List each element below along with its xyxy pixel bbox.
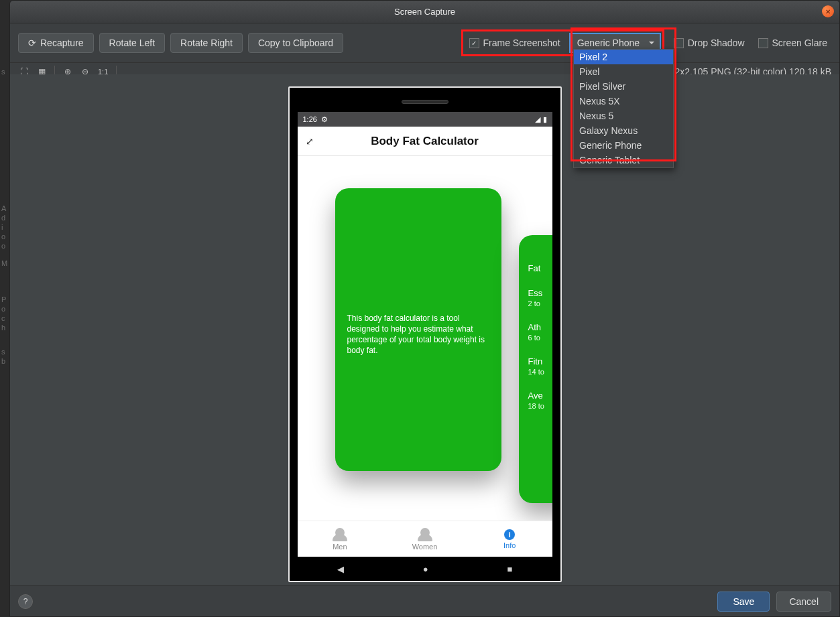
- info-icon: i: [504, 529, 515, 540]
- rotate-right-button[interactable]: Rotate Right: [170, 33, 243, 53]
- nav-women-label: Women: [412, 543, 438, 551]
- check-icon: ✓: [469, 38, 479, 48]
- title-bar: Screen Capture ✕: [10, 1, 839, 23]
- bottom-nav: Men Women i Info: [298, 521, 552, 557]
- window-title: Screen Capture: [394, 7, 455, 17]
- cancel-label: Cancel: [789, 596, 819, 607]
- recents-icon: ■: [507, 564, 513, 574]
- rotate-left-button[interactable]: Rotate Left: [99, 33, 166, 53]
- checkbox-empty-icon: [674, 38, 684, 48]
- phone-screen: 1:26 ⚙ ◢ ▮ ⤢ Body Fat Calculator This bo…: [298, 112, 552, 557]
- arrows-icon: ⤢: [306, 136, 314, 147]
- nav-women[interactable]: Women: [382, 521, 467, 557]
- recapture-button[interactable]: ⟳ Recapture: [18, 33, 94, 53]
- device-dropdown-panel: Pixel 2 Pixel Pixel Silver Nexus 5X Nexu…: [573, 49, 674, 168]
- gear-icon: ⚙: [321, 115, 328, 124]
- save-label: Save: [733, 596, 754, 607]
- nav-info-label: Info: [503, 541, 516, 549]
- app-body: This body fat calculator is a tool desig…: [298, 156, 552, 521]
- group-label: Ave: [528, 391, 552, 401]
- close-button[interactable]: ✕: [822, 5, 834, 17]
- frame-screenshot-label: Frame Screenshot: [483, 38, 560, 48]
- phone-frame: 1:26 ⚙ ◢ ▮ ⤢ Body Fat Calculator This bo…: [288, 86, 562, 582]
- dropdown-item[interactable]: Galaxy Nexus: [574, 123, 673, 138]
- nav-men[interactable]: Men: [298, 521, 383, 557]
- card-description: This body fat calculator is a tool desig…: [347, 313, 489, 356]
- refresh-icon: ⟳: [28, 38, 36, 48]
- speaker-icon: [402, 100, 448, 104]
- preview-canvas[interactable]: 1:26 ⚙ ◢ ▮ ⤢ Body Fat Calculator This bo…: [10, 74, 839, 586]
- copy-clipboard-button[interactable]: Copy to Clipboard: [248, 33, 343, 53]
- back-icon: ◀: [337, 564, 344, 574]
- group-label: Ath: [528, 322, 552, 332]
- signal-icon: ◢: [535, 115, 540, 124]
- screen-glare-label: Screen Glare: [772, 38, 827, 48]
- dropdown-item[interactable]: Pixel 2: [574, 50, 673, 64]
- nav-info[interactable]: i Info: [467, 521, 552, 557]
- dialog-button-bar: ? Save Cancel: [10, 586, 839, 616]
- dropdown-item[interactable]: Pixel: [574, 64, 673, 79]
- cancel-button[interactable]: Cancel: [776, 592, 831, 612]
- group-sub: 2 to: [528, 299, 552, 307]
- dropdown-item[interactable]: Nexus 5X: [574, 94, 673, 109]
- home-icon: ●: [423, 564, 428, 574]
- nav-men-label: Men: [333, 543, 347, 551]
- rotate-left-label: Rotate Left: [109, 38, 156, 48]
- main-toolbar: ⟳ Recapture Rotate Left Rotate Right Cop…: [10, 23, 839, 62]
- android-status-bar: 1:26 ⚙ ◢ ▮: [298, 112, 552, 127]
- person-icon: [335, 528, 345, 537]
- battery-icon: ▮: [543, 115, 547, 124]
- rotate-right-label: Rotate Right: [180, 38, 233, 48]
- group-sub: 18 to: [528, 402, 552, 410]
- device-select-value: Generic Phone: [577, 38, 640, 48]
- dialog-frame: Screen Capture ✕ ⟳ Recapture Rotate Left…: [9, 0, 840, 617]
- android-nav-bar: ◀ ● ■: [298, 557, 552, 581]
- dropdown-item[interactable]: Generic Tablet: [574, 153, 673, 167]
- card2-title: Fat: [528, 263, 552, 273]
- group-sub: 6 to: [528, 334, 552, 342]
- chevron-down-icon: [649, 42, 654, 44]
- drop-shadow-label: Drop Shadow: [688, 38, 745, 48]
- dropdown-item[interactable]: Generic Phone: [574, 138, 673, 153]
- close-icon: ✕: [825, 8, 831, 15]
- help-button[interactable]: ?: [18, 594, 33, 609]
- person-icon: [420, 528, 430, 537]
- dropdown-item[interactable]: Nexus 5: [574, 109, 673, 123]
- checkbox-empty-icon: [758, 38, 768, 48]
- dropdown-item[interactable]: Pixel Silver: [574, 79, 673, 94]
- save-button[interactable]: Save: [717, 592, 770, 612]
- group-label: Fitn: [528, 356, 552, 366]
- help-icon: ?: [23, 597, 28, 606]
- frame-screenshot-checkbox[interactable]: ✓ Frame Screenshot: [465, 35, 564, 51]
- screen-glare-checkbox[interactable]: Screen Glare: [754, 35, 831, 51]
- editor-gutter: s Adioo M Poch sb: [0, 0, 9, 617]
- app-title: Body Fat Calculator: [371, 135, 479, 148]
- status-time: 1:26: [303, 115, 317, 123]
- drop-shadow-checkbox[interactable]: Drop Shadow: [670, 35, 749, 51]
- recapture-label: Recapture: [40, 38, 84, 48]
- info-card-2: Fat Ess 2 to Ath 6 to Fitn 14 to: [519, 235, 552, 503]
- app-header: ⤢ Body Fat Calculator: [298, 127, 552, 156]
- copy-clipboard-label: Copy to Clipboard: [258, 38, 333, 48]
- info-card-1: This body fat calculator is a tool desig…: [335, 188, 501, 471]
- group-sub: 14 to: [528, 368, 552, 376]
- group-label: Ess: [528, 288, 552, 298]
